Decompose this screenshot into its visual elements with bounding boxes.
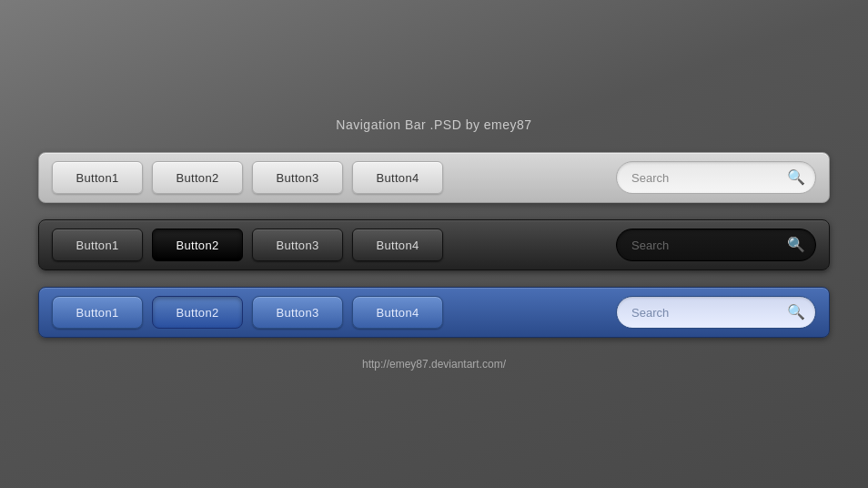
search-wrap-light: 🔍 (616, 161, 816, 194)
nav-btn-dark-3[interactable]: Button3 (252, 229, 343, 261)
nav-btn-light-3[interactable]: Button3 (252, 161, 343, 194)
search-wrap-blue: 🔍 (616, 296, 816, 329)
nav-btn-light-1[interactable]: Button1 (52, 161, 143, 194)
nav-btn-blue-3[interactable]: Button3 (252, 296, 343, 329)
nav-btn-blue-1[interactable]: Button1 (52, 296, 143, 329)
search-input-dark[interactable] (616, 229, 816, 261)
nav-btn-light-4[interactable]: Button4 (352, 161, 443, 194)
navbar-light: Button1 Button2 Button3 Button4 🔍 (38, 152, 830, 203)
nav-btn-blue-2[interactable]: Button2 (152, 296, 243, 329)
search-input-light[interactable] (616, 161, 816, 194)
search-wrap-dark: 🔍 (616, 229, 816, 261)
nav-btn-dark-1[interactable]: Button1 (52, 229, 143, 261)
nav-btn-light-2[interactable]: Button2 (152, 161, 243, 194)
search-input-blue[interactable] (616, 296, 816, 329)
navbar-blue: Button1 Button2 Button3 Button4 🔍 (38, 287, 830, 338)
nav-btn-dark-2[interactable]: Button2 (152, 229, 243, 261)
search-icon-blue[interactable]: 🔍 (787, 305, 805, 320)
navbar-dark: Button1 Button2 Button3 Button4 🔍 (38, 219, 830, 270)
search-icon-light[interactable]: 🔍 (787, 170, 805, 185)
search-icon-dark[interactable]: 🔍 (787, 238, 805, 252)
nav-btn-dark-4[interactable]: Button4 (352, 229, 443, 261)
page-title: Navigation Bar .PSD by emey87 (336, 117, 531, 132)
nav-btn-blue-4[interactable]: Button4 (352, 296, 443, 329)
footer-link[interactable]: http://emey87.deviantart.com/ (362, 358, 506, 371)
